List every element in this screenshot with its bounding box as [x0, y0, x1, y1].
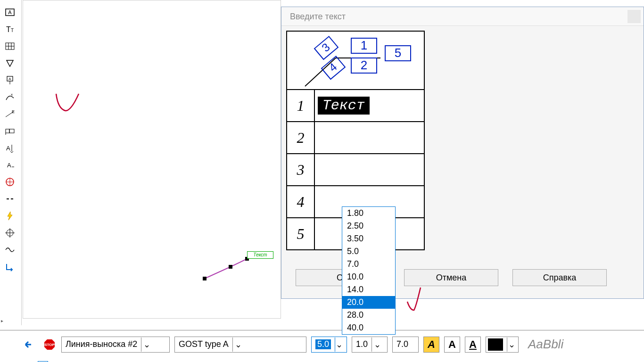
svg-rect-32 [229, 265, 232, 269]
toolbar-expand-icon[interactable]: ▸ [1, 318, 3, 323]
tool-nabla[interactable] [2, 55, 18, 71]
leader-label-preview: Текст [247, 251, 273, 259]
dialog-title: Введите текст [281, 7, 644, 26]
font-size-combo[interactable]: 5.0⌄ [311, 337, 347, 353]
color-swatch [488, 338, 503, 351]
leader-diagram: 3 4 1 2 5 [291, 34, 423, 89]
tool-dimension[interactable]: E [2, 106, 18, 122]
font-preview: AaBbli [528, 337, 563, 352]
extra-value[interactable]: 7.0 [392, 337, 419, 353]
svg-text:T: T [6, 25, 11, 33]
dialog-close-button[interactable] [627, 10, 641, 23]
tool-target[interactable] [2, 174, 18, 190]
spacing-combo[interactable]: 1.0⌄ [352, 337, 388, 353]
size-option[interactable]: 40.0 [342, 321, 395, 334]
svg-text:2: 2 [361, 58, 367, 72]
svg-rect-31 [203, 277, 206, 280]
tool-crosshair[interactable] [2, 225, 18, 241]
italic-button[interactable]: A [423, 337, 439, 353]
svg-text:A: A [8, 9, 12, 15]
svg-text:STOP: STOP [44, 343, 55, 347]
annotation-mark-1 [52, 90, 85, 118]
tool-wave[interactable] [2, 242, 18, 258]
font-combo[interactable]: GOST type A⌄ [174, 337, 306, 353]
help-button[interactable]: Справка [512, 269, 607, 286]
svg-text:3: 3 [319, 41, 332, 54]
chevron-down-icon[interactable]: ⌄ [335, 337, 343, 352]
tool-arrow-corner[interactable] [2, 259, 18, 275]
svg-text:T: T [11, 28, 14, 33]
chevron-down-icon[interactable]: ⌄ [232, 337, 244, 352]
tool-text-caps[interactable]: TT [2, 21, 18, 37]
svg-rect-14 [6, 129, 9, 133]
svg-line-29 [205, 267, 231, 279]
chevron-down-icon[interactable]: ⌄ [141, 337, 152, 352]
svg-text:A: A [8, 77, 11, 81]
row-text-2[interactable] [314, 122, 424, 154]
format-toolbar: STOP Линия-выноска #2⌄ GOST type A⌄ 5.0⌄… [0, 330, 644, 358]
row-text-1[interactable]: Текст [314, 90, 424, 122]
svg-text:x: x [11, 92, 13, 97]
svg-text:A: A [7, 162, 11, 169]
drawing-canvas[interactable]: Текст [23, 0, 281, 319]
row-text-3[interactable] [314, 154, 424, 186]
cancel-button[interactable]: Отмена [404, 269, 498, 286]
tool-text-partial[interactable]: A [2, 157, 18, 173]
chevron-down-icon[interactable]: ⌄ [507, 337, 516, 352]
style-combo[interactable]: Линия-выноска #2⌄ [61, 337, 170, 353]
row-num-1: 1 [287, 90, 314, 122]
size-option[interactable]: 2.50 [342, 220, 395, 232]
back-arrow-icon[interactable] [24, 337, 38, 352]
text-entry-dialog: Введите текст 3 4 1 2 5 1Текст 2 3 4 5 O [281, 7, 644, 299]
tool-text-box[interactable]: A [2, 4, 18, 20]
tool-callout[interactable]: A [2, 72, 18, 88]
svg-text:A: A [6, 145, 10, 152]
row-num-2: 2 [287, 122, 314, 154]
row-num-5: 5 [287, 218, 314, 250]
stop-icon[interactable]: STOP [42, 337, 57, 352]
size-option[interactable]: 5.0 [342, 245, 395, 258]
bold-button[interactable]: A [444, 337, 460, 353]
svg-text:E: E [12, 109, 15, 114]
svg-text:4: 4 [326, 60, 339, 74]
svg-text:5: 5 [395, 46, 401, 60]
chevron-down-icon[interactable]: ⌄ [372, 337, 383, 352]
annotation-mark-2 [404, 285, 432, 318]
font-size-dropdown-list[interactable]: 1.80 2.50 3.50 5.0 7.0 10.0 14.0 20.0 28… [342, 206, 396, 335]
size-option[interactable]: 1.80 [342, 207, 395, 220]
size-option[interactable]: 7.0 [342, 258, 395, 271]
size-option[interactable]: 10.0 [342, 271, 395, 283]
tool-align-v[interactable]: A [2, 140, 18, 156]
svg-text:1: 1 [361, 38, 367, 52]
svg-line-30 [231, 259, 247, 267]
tool-datum[interactable] [2, 123, 18, 139]
row-num-3: 3 [287, 154, 314, 186]
size-option-selected[interactable]: 20.0 [342, 296, 395, 309]
tool-grid[interactable] [2, 38, 18, 54]
size-option[interactable]: 28.0 [342, 309, 395, 321]
size-option[interactable]: 14.0 [342, 283, 395, 296]
tool-lightning[interactable] [2, 208, 18, 224]
svg-rect-15 [9, 129, 14, 133]
left-toolbar: A TT A x E A A ▸ [0, 0, 22, 325]
tool-dash[interactable] [2, 191, 18, 207]
color-combo[interactable]: ⌄ [486, 337, 519, 353]
leader-preview[interactable]: Текст [200, 255, 275, 285]
tool-xy[interactable]: x [2, 89, 18, 105]
row-num-4: 4 [287, 186, 314, 218]
underline-button[interactable]: A [465, 337, 481, 353]
size-option[interactable]: 3.50 [342, 232, 395, 245]
